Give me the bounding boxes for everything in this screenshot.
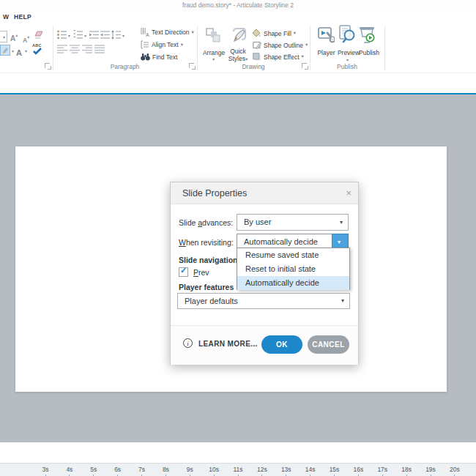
timeline-tick: 6s [111, 464, 125, 476]
close-icon[interactable]: × [346, 187, 352, 198]
dropdown-option-resume[interactable]: Resume saved state [237, 248, 349, 262]
chevron-down-icon[interactable]: ▾ [84, 33, 86, 38]
find-text-button[interactable]: Find Text [141, 53, 177, 61]
arrange-icon[interactable] [206, 28, 220, 42]
menubar: W HELP [0, 10, 476, 23]
preview-icon[interactable] [338, 25, 357, 44]
align-text-label: Align Text [152, 41, 179, 48]
chevron-down-icon: ▾ [340, 220, 343, 226]
chevron-down-icon: ▾ [341, 298, 344, 304]
align-text-button[interactable]: Align Text ▾ [141, 40, 183, 49]
timeline-tick: 18s [399, 464, 414, 476]
grow-font-button[interactable]: A▴ [10, 31, 18, 44]
numbered-list-icon[interactable] [73, 30, 83, 40]
chevron-down-icon: ▾ [181, 42, 183, 48]
player-features-value: Player defaults [185, 297, 238, 305]
ribbon: ▾ A▴ A▾ ▾ A ▾ ABC ▾ ▾ [0, 23, 476, 73]
timeline-tick: 9s [182, 464, 197, 476]
chevron-down-icon: ▾ [212, 56, 215, 62]
cancel-button[interactable]: CANCEL [308, 335, 349, 354]
line-spacing-icon[interactable] [111, 30, 121, 40]
font-color-button[interactable]: A [16, 45, 22, 59]
decrease-indent-icon[interactable] [100, 30, 110, 40]
clear-formatting-icon[interactable] [34, 30, 44, 40]
dialog-footer: i LEARN MORE... OK CANCEL [171, 325, 358, 365]
dropdown-option-reset[interactable]: Reset to initial state [237, 262, 349, 276]
menu-view-partial[interactable]: W [3, 13, 9, 21]
svg-text:A: A [146, 32, 149, 37]
drawing-dialog-launcher[interactable] [302, 63, 307, 68]
player-icon[interactable] [318, 26, 335, 44]
timeline-tick: 16s [351, 464, 365, 476]
chevron-down-icon: ▾ [302, 54, 304, 59]
chevron-down-icon[interactable]: ▾ [25, 48, 27, 53]
publish-icon[interactable] [359, 26, 376, 44]
timeline-tick: 20s [447, 464, 462, 476]
shape-outline-button[interactable]: Shape Outline ▾ [253, 41, 308, 49]
align-center-icon[interactable] [70, 45, 80, 53]
justify-icon[interactable] [94, 45, 105, 53]
chevron-down-icon[interactable]: ▾ [68, 33, 70, 38]
menu-help[interactable]: HELP [14, 13, 31, 21]
shape-fill-button[interactable]: Shape Fill ▾ [253, 29, 296, 37]
align-left-icon[interactable] [57, 45, 67, 53]
timeline-tick: 11s [231, 464, 245, 476]
text-direction-button[interactable]: A Text Direction ▾ [141, 28, 194, 37]
quick-styles-button[interactable]: Quick Styles▾ [223, 48, 253, 62]
paragraph-dialog-launcher[interactable] [189, 63, 194, 68]
font-dialog-launcher[interactable] [45, 63, 50, 68]
shrink-font-button[interactable]: A▾ [23, 32, 29, 45]
font-size-combo-partial[interactable]: ▾ [0, 31, 7, 42]
dialog-title: Slide Properties [182, 188, 247, 198]
timeline-tick: 19s [423, 464, 438, 476]
info-icon: i [183, 338, 193, 348]
paint-bucket-icon [253, 29, 261, 37]
chevron-down-icon: ▾ [192, 30, 194, 35]
learn-more-link[interactable]: LEARN MORE... [198, 340, 258, 348]
group-separator [384, 26, 385, 70]
shape-outline-label: Shape Outline [264, 42, 303, 49]
timeline-tick: 4s [62, 464, 77, 476]
text-direction-icon: A [141, 28, 149, 37]
chevron-down-icon[interactable]: ▾ [122, 33, 124, 38]
quick-styles-icon[interactable] [231, 27, 247, 43]
shape-fill-label: Shape Fill [264, 30, 291, 37]
chevron-down-icon: ▾ [346, 57, 349, 62]
timeline-tick: 14s [303, 464, 318, 476]
timeline-tick: 7s [135, 464, 149, 476]
spell-check-button[interactable]: ABC [32, 43, 42, 55]
prev-checkbox-label: Prev [193, 268, 209, 277]
slide-advances-select[interactable]: By user ▾ [237, 214, 349, 231]
publish-group-label: Publish [310, 63, 384, 70]
bullet-list-icon[interactable] [57, 30, 67, 40]
chevron-down-icon[interactable]: ▾ [12, 48, 14, 53]
prev-checkbox[interactable]: ✓ [179, 267, 188, 277]
storyline-window: fraud demo.story* - Articulate Storyline… [0, 0, 476, 476]
increase-indent-icon[interactable] [89, 30, 99, 40]
timeline-tick: 3s [38, 464, 53, 476]
dropdown-option-automatic[interactable]: Automatically decide [237, 276, 349, 290]
timeline-tick: 15s [327, 464, 342, 476]
highlight-color-button[interactable] [0, 45, 10, 56]
shape-effect-button[interactable]: Shape Effect ▾ [253, 53, 304, 61]
drawing-group-label: Drawing [197, 63, 310, 70]
quick-styles-label-2: Styles▾ [223, 55, 253, 62]
text-direction-label: Text Direction [152, 29, 190, 36]
timeline-tick: 5s [86, 464, 101, 476]
bottom-strip [0, 442, 476, 463]
align-right-icon[interactable] [82, 45, 92, 53]
timeline-tick: 8s [158, 464, 173, 476]
timeline-ruler[interactable]: 3s 4s 5s 6s 7s 8s 9s 10s 11s 12s 13s 14s… [0, 463, 476, 476]
align-text-icon [141, 40, 149, 49]
slide-navigation-label: Slide navigation c [179, 256, 244, 264]
titlebar: fraud demo.story* - Articulate Storyline… [0, 0, 476, 10]
dialog-header[interactable]: Slide Properties × [171, 182, 358, 204]
timeline-tick: 13s [279, 464, 294, 476]
chevron-down-icon: ▾ [3, 34, 5, 40]
player-features-select[interactable]: Player defaults ▾ [177, 293, 350, 309]
chevron-down-icon: ▾ [305, 42, 308, 48]
ok-button[interactable]: OK [261, 335, 302, 354]
paragraph-group-label: Paragraph [53, 63, 197, 70]
player-features-label: Player features [179, 283, 234, 291]
publish-button[interactable]: Publish [357, 49, 382, 56]
